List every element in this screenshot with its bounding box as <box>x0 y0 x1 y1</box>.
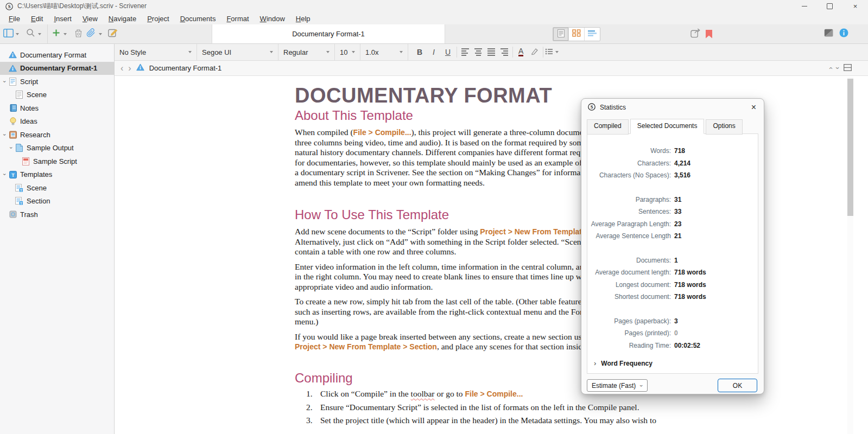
bookmarks-button[interactable] <box>86 24 96 43</box>
binder-item-section[interactable]: TSection <box>0 195 114 208</box>
view-document-button[interactable] <box>553 28 569 41</box>
binder-item-sample-script[interactable]: Sample Script <box>0 155 114 168</box>
binder-item-trash[interactable]: Trash <box>0 208 114 221</box>
dialog-close-button[interactable]: × <box>751 103 756 112</box>
stat-row: Reading Time:00:02:52 <box>587 340 758 352</box>
stat-value: 4,214 <box>674 159 690 167</box>
menu-format[interactable]: Format <box>221 15 254 23</box>
stat-label: Paragraphs: <box>587 196 674 203</box>
align-center-button[interactable] <box>474 48 482 56</box>
stat-row: Characters:4,214 <box>587 157 758 170</box>
add-item-button[interactable] <box>52 24 60 43</box>
text-run: Click on “Compile” in the <box>320 389 411 398</box>
font-size-select[interactable]: 10 <box>335 44 360 60</box>
word-frequency-expander[interactable]: › Word Frequency <box>594 359 652 367</box>
binder-item-documentary-format-1[interactable]: Documentary Format-1 <box>0 62 114 75</box>
stat-label: Pages (printed): <box>587 329 674 337</box>
inspector-button[interactable] <box>839 24 848 43</box>
add-item-dropdown[interactable] <box>64 24 67 43</box>
pdf-icon <box>21 157 30 165</box>
text-color-button[interactable]: A <box>518 48 523 56</box>
chevron-down-icon <box>188 51 192 53</box>
font-weight-select[interactable]: Regular <box>278 44 335 60</box>
view-outliner-button[interactable] <box>585 28 600 41</box>
list-button[interactable] <box>545 48 561 56</box>
template-doc-icon <box>8 51 17 59</box>
menu-edit[interactable]: Edit <box>26 15 48 23</box>
binder-toggle-button[interactable] <box>3 24 14 43</box>
binder-item-notes[interactable]: Notes <box>0 101 114 115</box>
binder-toggle-dropdown[interactable] <box>16 24 19 43</box>
menu-help[interactable]: Help <box>290 15 316 23</box>
bookmarks-dropdown[interactable] <box>99 24 102 43</box>
align-right-button[interactable] <box>500 48 508 56</box>
estimate-select[interactable]: Estimate (Fast) › <box>587 379 648 392</box>
dark-mode-icon <box>824 29 833 39</box>
binder-item-label: Sample Script <box>33 157 77 165</box>
binder-item-scene[interactable]: Scene <box>0 88 114 102</box>
align-left-button[interactable] <box>461 48 469 56</box>
binder-item-scene[interactable]: TScene <box>0 181 114 195</box>
binder-item-sample-output[interactable]: ›Sample Output <box>0 142 114 155</box>
italic-button[interactable]: I <box>427 48 441 56</box>
underline-button[interactable]: U <box>441 48 455 56</box>
menu-insert[interactable]: Insert <box>48 15 77 23</box>
binder-item-documentary-format[interactable]: Documentary Format <box>0 48 114 62</box>
share-button[interactable] <box>690 24 701 43</box>
document-tab-label: Documentary Format-1 <box>292 30 365 38</box>
chevron-expanded-icon[interactable]: › <box>2 171 8 177</box>
view-corkboard-button[interactable] <box>569 28 585 41</box>
close-button[interactable]: × <box>842 0 868 12</box>
scrollbar-thumb[interactable] <box>847 79 853 216</box>
document-tab[interactable]: Documentary Format-1 <box>212 24 445 43</box>
templates-icon: T <box>8 171 17 178</box>
svg-text:T: T <box>20 202 22 205</box>
minimize-button[interactable] <box>791 0 817 12</box>
stat-label: Sentences: <box>587 208 674 215</box>
tab-compiled[interactable]: Compiled <box>587 119 629 135</box>
ok-button[interactable]: OK <box>718 379 757 392</box>
binder-item-label: Section <box>27 197 50 205</box>
chevron-expanded-icon[interactable]: › <box>8 145 15 151</box>
font-select[interactable]: Segoe UI <box>197 44 278 60</box>
compose-button[interactable] <box>108 24 118 43</box>
tab-options[interactable]: Options <box>706 119 742 135</box>
toolbar-separator <box>47 24 48 43</box>
justify-button[interactable] <box>487 48 495 56</box>
menu-documents[interactable]: Documents <box>175 15 221 23</box>
tab-selected-documents[interactable]: Selected Documents <box>630 119 705 134</box>
menu-file[interactable]: File <box>3 15 26 23</box>
binder-item-label: Templates <box>20 170 52 178</box>
menu-project[interactable]: Project <box>142 15 174 23</box>
bold-button[interactable]: B <box>413 48 427 56</box>
style-select[interactable]: No Style <box>115 44 197 60</box>
forward-icon[interactable]: › <box>128 64 131 73</box>
binder-item-script[interactable]: ›Script <box>0 75 114 88</box>
text-run: Project > New From Template > Section <box>295 342 437 351</box>
search-button[interactable] <box>26 24 35 43</box>
back-icon[interactable]: ‹ <box>121 64 123 73</box>
menu-view[interactable]: View <box>77 15 103 23</box>
stat-label: Words: <box>587 147 674 155</box>
binder-item-label: Sample Output <box>27 144 74 152</box>
search-dropdown[interactable] <box>38 24 41 43</box>
menu-navigate[interactable]: Navigate <box>103 15 142 23</box>
binder-item-ideas[interactable]: Ideas <box>0 115 114 129</box>
editor-document-title: Documentary Format-1 <box>149 64 222 72</box>
chevron-expanded-icon[interactable]: › <box>2 79 8 85</box>
next-document-icon[interactable]: › <box>833 67 841 69</box>
stat-value: 718 words <box>674 293 706 301</box>
stat-row: Paragraphs:31 <box>587 194 758 206</box>
menu-window[interactable]: Window <box>255 15 290 23</box>
bookmark-toggle-button[interactable] <box>706 24 712 43</box>
split-editor-icon[interactable] <box>844 64 852 73</box>
highlight-button[interactable] <box>527 47 541 57</box>
binder-item-research[interactable]: ›Research <box>0 128 114 142</box>
move-to-trash-button[interactable] <box>74 24 83 43</box>
chevron-expanded-icon[interactable]: › <box>2 132 8 138</box>
editor-scrollbar[interactable] <box>847 77 853 434</box>
maximize-button[interactable] <box>817 0 842 12</box>
compose-mode-button[interactable] <box>824 24 833 43</box>
line-spacing-select[interactable]: 1.0x <box>360 44 408 60</box>
binder-item-templates[interactable]: ›TTemplates <box>0 168 114 182</box>
